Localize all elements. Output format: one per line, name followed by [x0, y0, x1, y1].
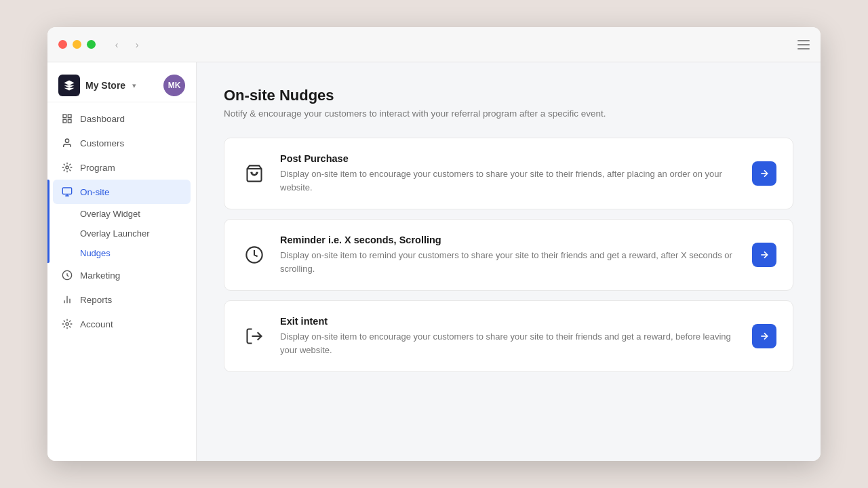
exit-intent-desc: Display on-site item to encourage your c…: [280, 330, 740, 357]
sidebar-sub-nudges[interactable]: Nudges: [53, 243, 191, 263]
exit-intent-info: Exit intent Display on-site item to enco…: [280, 316, 740, 357]
sidebar-item-program[interactable]: Program: [53, 155, 191, 180]
post-purchase-card: Post Purchase Display on-site item to en…: [224, 138, 793, 209]
reminder-info: Reminder i.e. X seconds, Scrolling Displ…: [280, 235, 740, 275]
close-button[interactable]: [58, 40, 67, 49]
sidebar-item-marketing[interactable]: Marketing: [53, 263, 191, 287]
sidebar-sub-overlay-launcher[interactable]: Overlay Launcher: [53, 224, 191, 243]
sidebar-item-reports[interactable]: Reports: [53, 287, 191, 312]
store-header: My Store ▾ MK: [47, 68, 196, 102]
svg-rect-1: [68, 115, 71, 118]
customers-icon: [61, 137, 73, 149]
on-site-section: On-site Overlay Widget Overlay Launcher …: [53, 180, 191, 263]
program-icon: [61, 161, 73, 174]
overlay-widget-label: Overlay Widget: [80, 209, 140, 219]
titlebar: ‹ ›: [47, 27, 821, 62]
reminder-desc: Display on-site item to remind your cust…: [280, 249, 740, 275]
marketing-label: Marketing: [80, 270, 120, 281]
reminder-icon: [241, 241, 268, 268]
store-chevron-icon: ▾: [132, 81, 136, 90]
dashboard-label: Dashboard: [80, 114, 125, 124]
svg-rect-6: [62, 188, 71, 194]
app-body: My Store ▾ MK Dashboard: [47, 62, 821, 461]
svg-point-11: [66, 323, 68, 325]
main-content: On-site Nudges Notify & encourage your c…: [197, 62, 821, 461]
svg-point-5: [66, 166, 68, 169]
active-indicator: [47, 180, 50, 263]
post-purchase-title: Post Purchase: [280, 153, 740, 164]
hamburger-menu[interactable]: [797, 40, 810, 49]
reports-icon: [61, 293, 73, 306]
page-title: On-site Nudges: [224, 87, 793, 104]
back-arrow[interactable]: ‹: [109, 37, 124, 52]
account-label: Account: [80, 319, 113, 329]
store-logo: [58, 75, 80, 96]
overlay-launcher-label: Overlay Launcher: [80, 228, 150, 239]
sidebar-item-account[interactable]: Account: [53, 312, 191, 336]
sidebar-sub-overlay-widget[interactable]: Overlay Widget: [53, 204, 191, 224]
page-subtitle: Notify & encourage your customers to int…: [224, 108, 793, 119]
exit-intent-arrow-button[interactable]: [752, 324, 776, 348]
reminder-title: Reminder i.e. X seconds, Scrolling: [280, 235, 740, 245]
svg-point-4: [65, 139, 68, 142]
post-purchase-info: Post Purchase Display on-site item to en…: [280, 153, 740, 194]
svg-rect-0: [63, 115, 66, 118]
store-name: My Store: [85, 80, 125, 91]
dashboard-icon: [61, 113, 73, 125]
on-site-icon: [61, 186, 73, 198]
post-purchase-arrow-button[interactable]: [752, 161, 776, 186]
marketing-icon: [61, 269, 73, 281]
sidebar-item-customers[interactable]: Customers: [53, 131, 191, 155]
sidebar-item-on-site[interactable]: On-site: [53, 180, 191, 204]
reports-label: Reports: [80, 295, 112, 305]
maximize-button[interactable]: [87, 40, 96, 49]
account-icon: [61, 318, 73, 330]
exit-intent-title: Exit intent: [280, 316, 740, 327]
sidebar-item-dashboard[interactable]: Dashboard: [53, 106, 191, 131]
forward-arrow[interactable]: ›: [130, 37, 144, 52]
post-purchase-desc: Display on-site item to encourage your c…: [280, 167, 740, 194]
nav-arrows: ‹ ›: [109, 37, 144, 52]
reminder-arrow-button[interactable]: [752, 243, 776, 267]
minimize-button[interactable]: [73, 40, 81, 49]
program-label: Program: [80, 163, 115, 173]
svg-rect-3: [63, 119, 66, 123]
exit-intent-card: Exit intent Display on-site item to enco…: [224, 300, 793, 372]
svg-rect-2: [68, 119, 71, 123]
sidebar: My Store ▾ MK Dashboard: [47, 62, 197, 461]
app-window: ‹ › My Store ▾ MK: [47, 27, 821, 461]
reminder-card: Reminder i.e. X seconds, Scrolling Displ…: [224, 219, 793, 291]
post-purchase-icon: [241, 160, 268, 187]
sidebar-nav: Dashboard Customers: [47, 106, 196, 461]
user-avatar[interactable]: MK: [163, 75, 185, 96]
exit-intent-icon: [241, 323, 268, 350]
traffic-lights: [58, 40, 96, 49]
customers-label: Customers: [80, 138, 124, 148]
on-site-label: On-site: [80, 187, 110, 197]
nudges-label: Nudges: [80, 248, 111, 258]
